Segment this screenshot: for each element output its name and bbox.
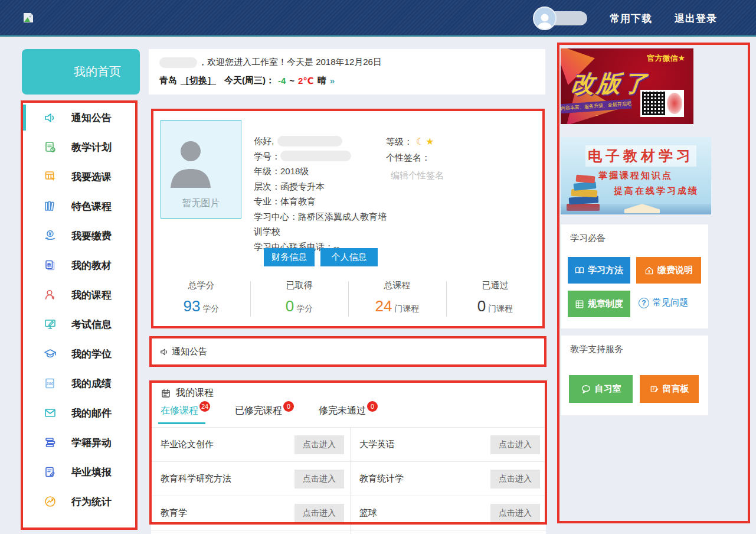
question-icon: ? bbox=[639, 298, 649, 308]
panel-title: 教学支持服务 bbox=[570, 344, 623, 355]
course-name: 教育科学研究方法 bbox=[161, 473, 231, 484]
enter-course-button[interactable]: 点击进入 bbox=[490, 504, 540, 523]
self-study-room-button[interactable]: 自习室 bbox=[569, 375, 633, 403]
yen-hand-icon bbox=[43, 229, 57, 243]
enter-course-button[interactable]: 点击进入 bbox=[294, 470, 344, 489]
sidebar-item-textbooks[interactable]: 教 我的教材 bbox=[23, 250, 138, 280]
graduation-cap-icon bbox=[43, 347, 57, 361]
course-row: 毕业论文创作点击进入 大学英语点击进入 bbox=[151, 427, 546, 461]
signature-edit-placeholder[interactable]: 编辑个性签名 bbox=[386, 167, 534, 183]
personal-info-button[interactable]: 个人信息 bbox=[320, 248, 378, 266]
weather-condition: 晴 bbox=[318, 75, 326, 86]
person-icon bbox=[43, 288, 57, 302]
sidebar-item-grades[interactable]: 100 我的成绩 bbox=[23, 369, 138, 398]
tab-completed-failed[interactable]: 修完未通过0 bbox=[319, 405, 377, 424]
chart-circle-icon bbox=[43, 494, 57, 509]
major-value: 体育教育 bbox=[280, 194, 316, 209]
welcome-text: ，欢迎您进入工作室！今天是 2018年12月26日 bbox=[198, 57, 382, 68]
study-essentials-panel: 学习必备 学习方法 ¥ 缴费说明 规章制度 ? 常见问题 bbox=[561, 224, 708, 328]
welcome-name-blurred bbox=[159, 57, 197, 68]
broken-image-logo-icon[interactable] bbox=[22, 12, 34, 24]
weather-today-label: 今天(周三)： bbox=[224, 75, 274, 86]
message-board-button[interactable]: 留言板 bbox=[640, 375, 699, 403]
profile-card: 暂无图片 你好, 学号： 年级：2018级 层次：函授专升本 专业：体育教育 学… bbox=[152, 110, 544, 328]
weather-bar: 青岛 ［切换］ 今天(周三)： -4 ~ 2℃ 晴 » bbox=[159, 75, 535, 86]
enter-course-button[interactable]: 点击进入 bbox=[294, 504, 344, 523]
monitor-pen-icon bbox=[43, 317, 57, 331]
speaker-icon bbox=[159, 347, 169, 357]
stat-earned-credits: 已取得 0学分 bbox=[250, 280, 348, 318]
course-name: 教育统计学 bbox=[359, 473, 404, 484]
qr-pattern bbox=[642, 92, 665, 115]
nav-downloads-link[interactable]: 常用下载 bbox=[610, 12, 652, 25]
sidebar-item-my-courses[interactable]: 我的课程 bbox=[23, 280, 138, 310]
sidebar-item-teaching-plan[interactable]: 教学计划 bbox=[23, 132, 138, 162]
star-icon: ★ bbox=[426, 134, 434, 149]
calculator-cursor-icon bbox=[43, 170, 57, 184]
sidebar-item-graduation-filing[interactable]: 毕业填报 bbox=[23, 457, 138, 487]
weather-temp-low: -4 bbox=[278, 76, 286, 86]
books-icon bbox=[43, 199, 57, 213]
ebook-study-banner[interactable]: 电子教材学习 掌握课程知识点 提高在线学习成绩 bbox=[561, 137, 711, 214]
weather-city: 青岛 bbox=[159, 75, 177, 86]
document-clock-icon bbox=[43, 140, 57, 154]
tab-in-progress[interactable]: 在修课程24 bbox=[161, 405, 209, 424]
notice-title: 通知公告 bbox=[172, 346, 207, 357]
student-id-blurred bbox=[280, 151, 351, 161]
sidebar-home-button[interactable]: 我的首页 bbox=[22, 49, 140, 95]
sidebar-item-featured-courses[interactable]: 特色课程 bbox=[23, 191, 138, 221]
books-stack-icon bbox=[43, 435, 57, 450]
open-book-icon bbox=[575, 266, 584, 275]
wechat-tag-label: 官方微信 bbox=[647, 54, 678, 63]
course-row: 教育科学研究方法点击进入 教育统计学点击进入 bbox=[151, 461, 546, 496]
house-yen-icon: ¥ bbox=[644, 266, 654, 275]
qr-code bbox=[640, 90, 684, 117]
finance-info-button[interactable]: 财务信息 bbox=[264, 248, 315, 266]
tab-badge: 0 bbox=[367, 401, 378, 412]
my-courses-section: 我的课程 在修课程24 已修完课程0 修完未通过0 毕业论文创作点击进入 大学英… bbox=[151, 381, 546, 534]
nav-logout-link[interactable]: 退出登录 bbox=[675, 12, 717, 25]
stat-passed-courses: 已通过 0门课程 bbox=[446, 280, 544, 318]
star-icon: ★ bbox=[678, 53, 685, 63]
profile-extra: 等级： ☾ ★ 个性签名： 编辑个性签名 bbox=[386, 134, 534, 183]
teaching-support-panel: 教学支持服务 自习室 留言板 bbox=[561, 336, 708, 415]
welcome-card: ，欢迎您进入工作室！今天是 2018年12月26日 青岛 ［切换］ 今天(周三)… bbox=[149, 49, 545, 95]
profile-stats: 总学分 93学分 已取得 0学分 总课程 24门课程 已通过 0门课程 bbox=[152, 280, 544, 318]
stat-total-courses: 总课程 24门课程 bbox=[348, 280, 446, 318]
sidebar-item-degree[interactable]: 我的学位 bbox=[23, 339, 138, 369]
person-silhouette-icon bbox=[161, 131, 220, 196]
grade-value: 2018级 bbox=[280, 164, 309, 179]
ledger-icon bbox=[575, 299, 584, 309]
sidebar-item-exam-info[interactable]: 考试信息 bbox=[23, 310, 138, 339]
envelope-icon bbox=[43, 406, 57, 420]
user-avatar[interactable] bbox=[533, 6, 557, 30]
profile-photo-placeholder: 暂无图片 bbox=[161, 120, 241, 219]
payment-info-button[interactable]: ¥ 缴费说明 bbox=[636, 257, 701, 284]
sidebar-menu: 通知公告 教学计划 我要选课 特色课程 我要缴费 教 我的教材 我的课程 bbox=[23, 103, 138, 528]
weather-switch-link[interactable]: ［切换］ bbox=[181, 75, 216, 86]
enter-course-button[interactable]: 点击进入 bbox=[294, 435, 344, 454]
enter-course-button[interactable]: 点击进入 bbox=[490, 435, 540, 454]
rules-button[interactable]: 规章制度 bbox=[568, 291, 630, 317]
tab-completed[interactable]: 已修完课程0 bbox=[235, 405, 293, 424]
wechat-promo-banner[interactable]: 官方微信★ 改版了 内容丰富、服务升级、全新开启吧~ bbox=[561, 48, 693, 124]
weather-more-arrow[interactable]: » bbox=[330, 76, 335, 86]
sidebar-item-notices[interactable]: 通知公告 bbox=[23, 103, 138, 132]
course-name: 大学英语 bbox=[359, 439, 395, 450]
sidebar-item-course-selection[interactable]: 我要选课 bbox=[23, 162, 138, 191]
svg-text:教: 教 bbox=[46, 262, 51, 268]
course-name: 篮球 bbox=[359, 507, 377, 519]
sidebar-item-payment[interactable]: 我要缴费 bbox=[23, 221, 138, 250]
faq-link[interactable]: ? 常见问题 bbox=[639, 297, 688, 308]
document-pen-icon bbox=[43, 465, 57, 479]
notice-section: 通知公告 bbox=[151, 337, 545, 366]
course-name: 毕业论文创作 bbox=[161, 439, 214, 450]
course-row-partial bbox=[151, 530, 546, 534]
sidebar-item-behavior-stats[interactable]: 行为统计 bbox=[23, 487, 138, 516]
enter-course-button[interactable]: 点击进入 bbox=[490, 470, 540, 489]
banner-subtitle: 掌握课程知识点 bbox=[598, 170, 673, 181]
study-method-button[interactable]: 学习方法 bbox=[568, 257, 630, 284]
score-100-icon: 100 bbox=[43, 376, 57, 390]
sidebar-item-mail[interactable]: 我的邮件 bbox=[23, 398, 138, 428]
sidebar-item-status-change[interactable]: 学籍异动 bbox=[23, 428, 138, 457]
